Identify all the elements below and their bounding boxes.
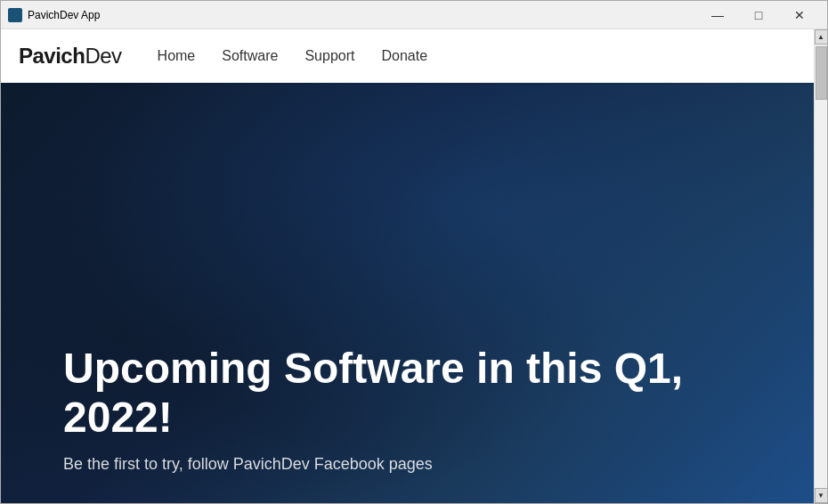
- window-content: Pavich Dev Home Software Support Donate …: [1, 29, 827, 503]
- hero-subtitle: Be the first to try, follow PavichDev Fa…: [63, 452, 751, 476]
- scrollbar-up-arrow[interactable]: ▲: [815, 29, 828, 45]
- logo-part2: Dev: [85, 44, 121, 69]
- hero-content: Upcoming Software in this Q1, 2022! Be t…: [63, 344, 751, 476]
- minimize-button[interactable]: —: [697, 1, 738, 29]
- scrollbar-down-arrow[interactable]: ▼: [815, 488, 828, 503]
- window-title: PavichDev App: [28, 9, 697, 21]
- scrollbar-thumb[interactable]: [816, 46, 827, 100]
- logo-part1: Pavich: [19, 44, 85, 69]
- title-bar: PavichDev App — □ ✕: [1, 1, 827, 29]
- browser-content: Pavich Dev Home Software Support Donate …: [1, 29, 814, 503]
- nav-software[interactable]: Software: [222, 45, 278, 68]
- maximize-button[interactable]: □: [738, 1, 779, 29]
- app-icon: [8, 8, 22, 22]
- navbar: Pavich Dev Home Software Support Donate: [1, 29, 814, 83]
- nav-donate[interactable]: Donate: [381, 45, 427, 68]
- window-controls: — □ ✕: [697, 1, 820, 29]
- scrollbar-track[interactable]: [815, 45, 827, 488]
- logo[interactable]: Pavich Dev: [19, 44, 122, 69]
- window: PavichDev App — □ ✕ Pavich Dev Home Soft…: [0, 0, 828, 504]
- hero-title: Upcoming Software in this Q1, 2022!: [63, 344, 751, 442]
- nav-home[interactable]: Home: [158, 45, 196, 68]
- nav-links: Home Software Support Donate: [158, 45, 427, 68]
- scrollbar: ▲ ▼: [814, 29, 827, 503]
- close-button[interactable]: ✕: [779, 1, 820, 29]
- hero-section: Upcoming Software in this Q1, 2022! Be t…: [1, 83, 814, 503]
- nav-support[interactable]: Support: [304, 45, 354, 68]
